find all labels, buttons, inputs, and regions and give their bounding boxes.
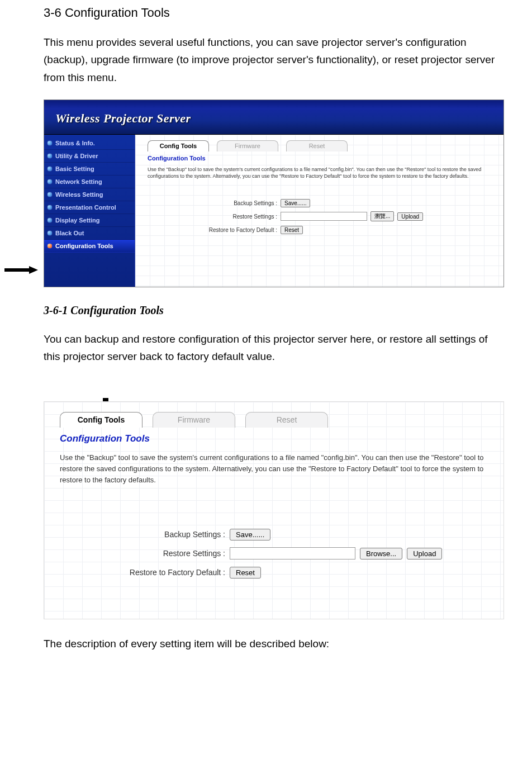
backup-row: Backup Settings : Save...... xyxy=(60,525,492,544)
main-panel: Config Tools Firmware Reset Configuratio… xyxy=(135,135,504,287)
tab-config-tools[interactable]: Config Tools xyxy=(148,140,209,151)
subsection-heading: 3-6-1 Configuration Tools xyxy=(44,304,504,317)
tab-config-tools[interactable]: Config Tools xyxy=(60,412,142,428)
screenshot-2-container: Config Tools Firmware Reset Configuratio… xyxy=(44,401,504,619)
tab-firmware[interactable]: Firmware xyxy=(217,140,278,151)
reset-button[interactable]: Reset xyxy=(281,226,303,234)
arrow-right-icon xyxy=(4,266,38,274)
tab-reset[interactable]: Reset xyxy=(286,140,348,151)
factory-reset-row: Restore to Factory Default : Reset xyxy=(60,563,492,582)
panel-description: Use the "Backup" tool to save the system… xyxy=(148,166,496,179)
upload-button[interactable]: Upload xyxy=(407,548,442,560)
app-header: Wireless Projector Server xyxy=(44,100,504,135)
sidebar-item-presentation[interactable]: Presentation Control xyxy=(44,201,135,214)
reset-button[interactable]: Reset xyxy=(230,567,261,579)
browse-button[interactable]: Browse... xyxy=(360,548,402,560)
backup-label: Backup Settings : xyxy=(148,200,281,206)
browse-button[interactable]: 瀏覽... xyxy=(370,211,394,221)
save-button[interactable]: Save...... xyxy=(230,529,270,541)
sidebar-item-blackout[interactable]: Black Out xyxy=(44,227,135,240)
sidebar-item-wireless[interactable]: Wireless Setting xyxy=(44,188,135,201)
restore-row: Restore Settings : Browse... Upload xyxy=(60,544,492,563)
sidebar-item-utility[interactable]: Utility & Driver xyxy=(44,150,135,163)
restore-label: Restore Settings : xyxy=(148,214,281,220)
panel-title: Configuration Tools xyxy=(60,433,492,444)
restore-file-input[interactable] xyxy=(281,212,367,221)
save-button[interactable]: Save...... xyxy=(281,199,310,207)
screenshot-1-container: Wireless Projector Server Status & Info.… xyxy=(10,99,504,287)
intro-paragraph: This menu provides several useful functi… xyxy=(44,34,504,86)
config-form: Backup Settings : Save...... Restore Set… xyxy=(148,196,496,236)
admin-ui-screenshot: Wireless Projector Server Status & Info.… xyxy=(44,99,504,287)
section-heading: 3-6 Configuration Tools xyxy=(44,6,504,20)
restore-row: Restore Settings : 瀏覽... Upload xyxy=(148,210,496,223)
tab-bar: Config Tools Firmware Reset xyxy=(60,412,492,428)
panel-description: Use the "Backup" tool to save the system… xyxy=(60,452,492,486)
factory-reset-label: Restore to Factory Default : xyxy=(60,568,230,577)
backup-label: Backup Settings : xyxy=(60,530,230,539)
backup-row: Backup Settings : Save...... xyxy=(148,196,496,210)
panel-title: Configuration Tools xyxy=(148,155,496,162)
restore-label: Restore Settings : xyxy=(60,549,230,558)
restore-file-input[interactable] xyxy=(230,547,355,560)
factory-reset-label: Restore to Factory Default : xyxy=(148,227,281,233)
sidebar-item-network[interactable]: Network Setting xyxy=(44,176,135,188)
config-form: Backup Settings : Save...... Restore Set… xyxy=(60,525,492,582)
factory-reset-row: Restore to Factory Default : Reset xyxy=(148,223,496,236)
tab-bar: Config Tools Firmware Reset xyxy=(148,140,496,151)
closing-paragraph: The description of every setting item wi… xyxy=(44,635,504,652)
sidebar: Status & Info. Utility & Driver Basic Se… xyxy=(44,135,135,287)
sidebar-item-display[interactable]: Display Setting xyxy=(44,214,135,227)
sidebar-item-status[interactable]: Status & Info. xyxy=(44,137,135,150)
subsection-paragraph: You can backup and restore configuration… xyxy=(44,330,504,366)
sidebar-item-basic[interactable]: Basic Setting xyxy=(44,163,135,176)
app-title: Wireless Projector Server xyxy=(44,100,504,126)
config-panel-screenshot: Config Tools Firmware Reset Configuratio… xyxy=(44,401,504,619)
tab-reset[interactable]: Reset xyxy=(245,412,328,428)
tab-firmware[interactable]: Firmware xyxy=(153,412,235,428)
upload-button[interactable]: Upload xyxy=(397,212,423,221)
sidebar-item-config-tools[interactable]: Configuration Tools xyxy=(44,240,135,253)
